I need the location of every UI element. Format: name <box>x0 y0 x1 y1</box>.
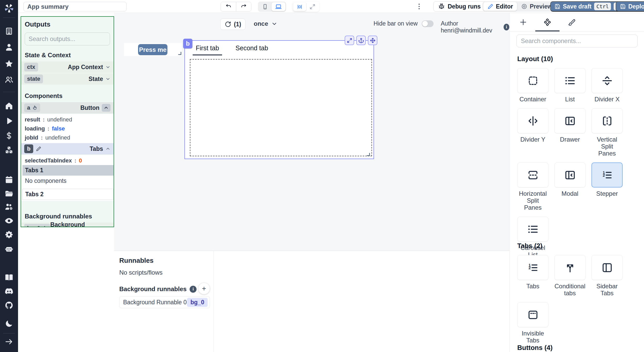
star-icon[interactable] <box>5 59 13 68</box>
chevron-down-icon[interactable] <box>105 76 111 81</box>
component-a-type: Button <box>80 104 99 111</box>
calendar-icon[interactable] <box>5 175 13 184</box>
svg-text:2: 2 <box>528 266 531 270</box>
active-tab-underline <box>535 30 560 31</box>
tab-editor[interactable]: Editor <box>483 2 517 11</box>
github-icon[interactable] <box>5 301 13 310</box>
background-runnable-row[interactable]: Background Runnable 0 bg_0 <box>119 296 210 308</box>
vertical-split-panes-icon <box>601 115 613 127</box>
hide-bar-on-view: Hide bar on view <box>374 20 434 27</box>
refresh-button[interactable]: (1) <box>220 19 245 30</box>
component-card-container[interactable]: Container <box>517 68 548 103</box>
robot-icon[interactable] <box>5 244 13 253</box>
button-component-cell[interactable]: Press me <box>124 43 182 56</box>
ctx-row[interactable]: ctx App Context <box>21 61 114 73</box>
save-draft-button[interactable]: Save draft Ctrl S <box>550 1 626 12</box>
insert-plus-icon[interactable] <box>519 18 527 26</box>
home-icon[interactable] <box>5 102 13 110</box>
discord-icon[interactable] <box>5 287 13 296</box>
undo-button[interactable] <box>221 2 236 11</box>
component-card-stepper[interactable]: 12 Stepper <box>591 162 623 197</box>
runnable-id-badge: bg_0 <box>187 298 208 307</box>
empty-drop-container[interactable] <box>190 59 372 156</box>
stepper-icon: 12 <box>601 169 613 181</box>
chevron-up-icon <box>104 105 109 110</box>
gear-icon[interactable] <box>5 230 13 239</box>
components-heading: Components <box>25 92 114 100</box>
tabs2-group-header[interactable]: Tabs 2 <box>22 189 114 200</box>
component-card-list[interactable]: List <box>554 68 586 103</box>
collapse-button[interactable] <box>102 104 111 112</box>
desktop-view-button[interactable] <box>272 2 285 11</box>
outputs-search-input[interactable] <box>25 32 110 45</box>
play-icon[interactable] <box>5 117 13 125</box>
dollar-icon[interactable] <box>5 131 13 140</box>
component-a-row[interactable]: a Button <box>21 102 114 113</box>
user-icon[interactable] <box>5 43 13 52</box>
chevron-up-icon[interactable] <box>105 146 111 151</box>
users-gear-icon[interactable] <box>5 202 13 211</box>
cubes-icon[interactable] <box>5 146 13 154</box>
kbd-ctrl: Ctrl <box>594 3 611 10</box>
refresh-mode-dropdown[interactable]: once <box>254 20 277 27</box>
component-card-sidebar-tabs[interactable]: Sidebar Tabs <box>591 255 623 297</box>
component-card-tabs[interactable]: 12 Tabs <box>517 255 548 290</box>
tab-components-icon[interactable] <box>544 18 551 26</box>
carousel-list-icon <box>527 223 539 235</box>
add-background-runnable-button[interactable]: + <box>198 283 210 294</box>
move-handle-icon[interactable] <box>368 36 377 45</box>
panel-divider <box>214 251 214 352</box>
kebab-menu-icon[interactable] <box>415 3 423 11</box>
users-icon[interactable] <box>5 75 13 84</box>
windmill-logo[interactable] <box>4 3 14 13</box>
component-b-row[interactable]: b Tabs <box>21 143 114 154</box>
resize-handle[interactable] <box>367 153 370 156</box>
component-card-divider-x[interactable]: Divider X <box>591 68 623 103</box>
book-open-icon[interactable] <box>5 273 13 282</box>
component-card-divider-y[interactable]: Divider Y <box>517 108 548 143</box>
background-runnables-heading: Background runnables i <box>119 285 197 293</box>
resize-handle[interactable] <box>178 52 181 55</box>
app-canvas[interactable]: (1) once Hide bar on view Author henri@w… <box>114 13 509 251</box>
redo-button[interactable] <box>236 2 251 11</box>
anchor-handle-icon[interactable] <box>356 36 366 45</box>
components-search-input[interactable] <box>516 35 638 47</box>
eye-icon[interactable] <box>5 216 13 225</box>
info-icon[interactable]: i <box>190 286 197 293</box>
divider-y-icon <box>527 115 539 127</box>
deploy-button[interactable]: Deploy <box>616 1 644 12</box>
fullscreen-icon[interactable] <box>306 2 319 11</box>
tab-first[interactable]: First tab <box>193 43 222 55</box>
svg-text:2: 2 <box>603 173 605 177</box>
modal-icon <box>564 169 576 181</box>
component-card-drawer[interactable]: Drawer <box>554 108 586 143</box>
container-icon <box>527 75 539 87</box>
tabs1-group-header[interactable]: Tabs 1 <box>22 165 114 176</box>
pencil-icon[interactable] <box>36 146 41 152</box>
component-card-vertical-split[interactable]: Vertical Split Panes <box>591 108 623 157</box>
tab-styling-brush-icon[interactable] <box>568 18 575 26</box>
building-icon[interactable] <box>5 27 13 36</box>
bg0-row[interactable]: bg_0 Background Runnable 0 <box>21 223 114 227</box>
state-row[interactable]: state State <box>21 73 114 85</box>
moon-icon[interactable] <box>5 319 13 328</box>
arrow-right-icon[interactable] <box>5 337 13 346</box>
app-summary-input[interactable] <box>23 2 126 11</box>
component-card-horizontal-split[interactable]: Horizontal Split Panes <box>517 162 548 211</box>
component-card-conditional-tabs[interactable]: Conditional tabs <box>554 255 586 297</box>
mobile-view-button[interactable] <box>259 2 272 11</box>
component-card-modal[interactable]: Modal <box>554 162 586 197</box>
component-card-invisible-tabs[interactable]: Invisible Tabs <box>517 302 548 344</box>
editor-preview-segment: Editor Preview <box>482 1 557 12</box>
info-icon[interactable]: i <box>504 24 509 30</box>
tab-second[interactable]: Second tab <box>232 43 271 55</box>
tabs-component-selected[interactable]: b First tab Second tab <box>184 40 374 159</box>
press-me-button[interactable]: Press me <box>138 44 167 55</box>
expand-handle-icon[interactable] <box>345 36 354 45</box>
component-id-badge[interactable]: b <box>183 39 192 48</box>
hide-bar-toggle[interactable] <box>422 20 434 27</box>
chevron-down-icon[interactable] <box>105 64 111 70</box>
chevron-down-icon[interactable] <box>106 226 111 227</box>
folder-open-icon[interactable] <box>5 189 13 198</box>
center-layout-button[interactable] <box>293 2 306 11</box>
